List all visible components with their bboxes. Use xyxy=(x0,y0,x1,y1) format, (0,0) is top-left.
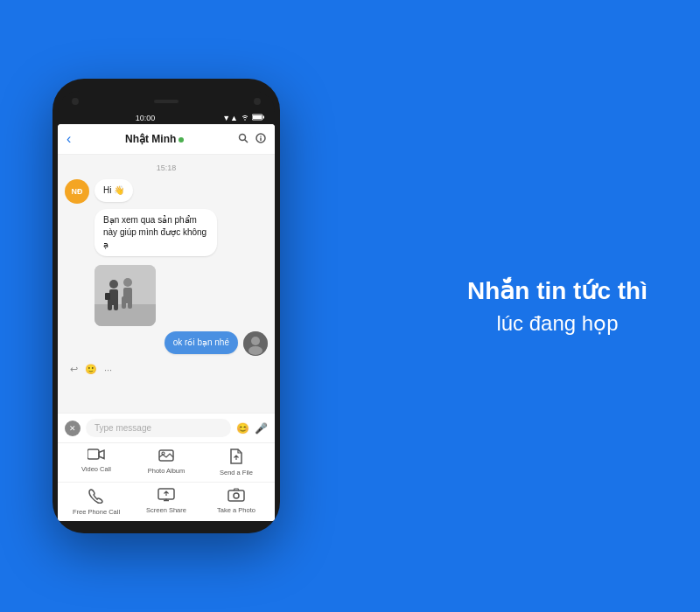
right-text-light: lúc đang họp xyxy=(467,310,648,336)
svg-point-0 xyxy=(244,119,246,121)
right-text-block: Nhắn tin tức thì lúc đang họp xyxy=(467,276,648,336)
svg-rect-27 xyxy=(228,490,244,501)
svg-point-11 xyxy=(109,280,118,289)
screen-share-item[interactable]: Screen Share xyxy=(140,488,192,516)
header-icons xyxy=(238,133,266,146)
photo-album-item[interactable]: Photo Album xyxy=(140,449,192,476)
video-call-item[interactable]: Video Call xyxy=(70,449,122,476)
take-photo-icon xyxy=(228,488,245,504)
message-reactions: ↩ 🙂 ··· xyxy=(65,361,268,378)
message-bubble: Hi 👋 xyxy=(94,179,133,202)
message-row: Bạn xem qua sản phẩm này giúp mình được … xyxy=(65,209,268,256)
send-file-icon xyxy=(229,449,243,467)
svg-point-21 xyxy=(251,337,260,345)
send-file-item[interactable]: Send a File xyxy=(210,449,262,476)
close-button[interactable]: ✕ xyxy=(65,421,80,436)
toolbar-row-1: Video Call Photo Album xyxy=(58,443,275,482)
message-input[interactable]: Type message xyxy=(86,419,231,437)
svg-rect-14 xyxy=(114,298,118,310)
input-right-icons: 😊 🎤 xyxy=(236,422,268,435)
reply-icon[interactable]: ↩ xyxy=(70,364,78,375)
notch-bar xyxy=(58,91,275,112)
message-bubble: Bạn xem qua sản phẩm này giúp mình được … xyxy=(94,209,217,256)
message-row-image xyxy=(65,261,268,326)
message-row: NĐ Hi 👋 xyxy=(65,179,268,204)
svg-rect-18 xyxy=(128,296,132,309)
svg-point-22 xyxy=(248,346,262,355)
message-bubble-me: ok rồi bạn nhé xyxy=(164,331,238,354)
free-phone-call-label: Free Phone Call xyxy=(73,508,120,516)
search-icon[interactable] xyxy=(238,133,248,146)
contact-name: Nhật Minh xyxy=(78,133,231,145)
svg-point-7 xyxy=(260,136,262,137)
video-call-label: Video Call xyxy=(81,465,111,473)
svg-rect-3 xyxy=(253,115,262,119)
speaker xyxy=(154,100,178,103)
message-row-reply: ok rồi bạn nhé xyxy=(65,331,268,356)
svg-rect-13 xyxy=(108,298,112,310)
svg-point-4 xyxy=(240,134,246,140)
phone-device: 10:00 ▼▲ xyxy=(52,79,280,533)
avatar-img xyxy=(243,331,268,356)
svg-point-28 xyxy=(234,493,239,498)
chat-header: ‹ Nhật Minh xyxy=(58,124,275,155)
signal-icon: ▼▲ xyxy=(222,114,238,122)
back-button[interactable]: ‹ xyxy=(66,131,71,147)
svg-line-5 xyxy=(245,139,248,143)
take-photo-item[interactable]: Take a Photo xyxy=(210,488,262,516)
take-photo-label: Take a Photo xyxy=(217,506,256,514)
svg-point-25 xyxy=(162,452,164,455)
free-phone-call-item[interactable]: Free Phone Call xyxy=(70,488,122,516)
mic-icon[interactable]: 🎤 xyxy=(255,422,268,435)
camera-dot2 xyxy=(254,98,261,105)
status-bar: 10:00 ▼▲ xyxy=(58,112,275,124)
svg-rect-2 xyxy=(262,116,264,119)
photo-album-label: Photo Album xyxy=(148,467,186,475)
more-icon[interactable]: ··· xyxy=(104,365,112,375)
bottom-toolbar: Video Call Photo Album xyxy=(58,442,275,521)
right-text-bold: Nhắn tin tức thì xyxy=(467,276,648,306)
chat-input-area: ✕ Type message 😊 🎤 xyxy=(58,413,275,442)
online-indicator xyxy=(178,137,184,143)
chat-image xyxy=(94,265,156,326)
svg-rect-23 xyxy=(88,449,99,459)
svg-point-15 xyxy=(123,278,132,287)
toolbar-row-2: Free Phone Call Screen Share xyxy=(58,482,275,521)
camera-dot xyxy=(72,98,79,105)
photo-album-icon xyxy=(158,449,174,465)
time-divider: 15:18 xyxy=(65,163,268,172)
svg-rect-19 xyxy=(105,293,110,300)
send-file-label: Send a File xyxy=(220,469,253,476)
free-phone-call-icon xyxy=(88,488,104,506)
status-time: 10:00 xyxy=(136,114,156,122)
emoji-icon[interactable]: 😊 xyxy=(236,422,249,435)
emoji-react-icon[interactable]: 🙂 xyxy=(85,364,97,375)
screen-share-label: Screen Share xyxy=(146,506,186,514)
phone-screen: ‹ Nhật Minh xyxy=(58,124,275,521)
wifi-icon xyxy=(241,114,249,122)
svg-rect-17 xyxy=(122,296,126,309)
scene: 10:00 ▼▲ xyxy=(0,0,700,612)
status-icons: ▼▲ xyxy=(222,114,264,122)
screen-share-icon xyxy=(158,488,175,504)
battery-icon xyxy=(252,114,264,122)
video-call-icon xyxy=(88,449,105,463)
avatar: NĐ xyxy=(65,179,89,204)
info-icon[interactable] xyxy=(256,133,266,146)
chat-messages: 15:18 NĐ Hi 👋 Bạn xem qua sản phẩm này g… xyxy=(58,155,275,413)
input-placeholder: Type message xyxy=(94,423,151,433)
